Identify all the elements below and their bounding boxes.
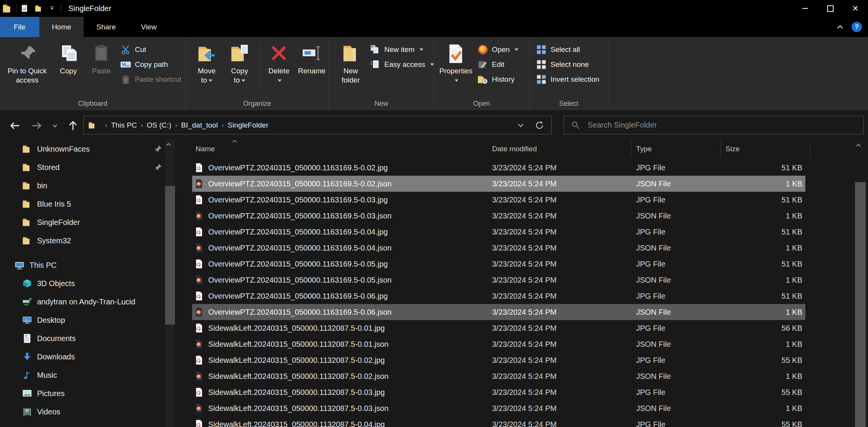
select-none-button[interactable]: Select none — [536, 59, 599, 70]
sidebar-item-bin[interactable]: bin — [0, 176, 183, 195]
copy-to-icon — [230, 40, 249, 66]
delete-button[interactable]: Delete — [262, 39, 295, 86]
qat-customize-chevron-icon[interactable] — [49, 5, 55, 12]
pin-to-quick-access-button[interactable]: Pin to Quickaccess — [2, 39, 52, 86]
qat-properties-icon[interactable] — [20, 4, 29, 13]
file-name: OverviewPTZ.20240315_050000.1163169.5-0.… — [208, 292, 388, 301]
breadcrumb-segment[interactable]: BI_dat_tool — [181, 121, 218, 129]
tab-file[interactable]: File — [0, 17, 39, 37]
sidebar-item-music[interactable]: Music — [0, 366, 183, 384]
properties-button[interactable]: Properties — [437, 39, 475, 86]
file-list-scrollbar[interactable] — [855, 139, 866, 427]
forward-button[interactable] — [26, 120, 47, 131]
file-row[interactable]: SidewalkLeft.20240315_050000.1132087.5-0… — [192, 416, 805, 427]
breadcrumb-segment[interactable]: SingleFolder — [228, 121, 269, 129]
file-row[interactable]: OverviewPTZ.20240315_050000.1163169.5-0.… — [192, 192, 805, 208]
edit-button[interactable]: Edit — [477, 59, 518, 70]
sidebar-item-blue-iris-5[interactable]: Blue Iris 5 — [0, 195, 183, 213]
column-header-name[interactable]: Name — [196, 145, 215, 153]
open-button[interactable]: Open — [477, 44, 518, 55]
file-row[interactable]: SidewalkLeft.20240315_050000.1132087.5-0… — [192, 336, 805, 352]
cut-button[interactable]: Cut — [120, 44, 181, 55]
sidebar-item-andytran-on-andy-tran-lucid[interactable]: andytran on Andy-Tran-Lucid — [0, 293, 183, 311]
address-dropdown-chevron-icon[interactable] — [517, 121, 525, 129]
refresh-icon[interactable] — [534, 120, 544, 130]
column-divider[interactable] — [810, 140, 810, 157]
sidebar-item-unknownfaces[interactable]: UnknownFaces — [0, 140, 183, 158]
file-row[interactable]: OverviewPTZ.20240315_050000.1163169.5-0.… — [192, 304, 805, 320]
sidebar-item-documents[interactable]: Documents — [0, 329, 183, 348]
file-row[interactable]: SidewalkLeft.20240315_050000.1132087.5-0… — [192, 352, 805, 368]
breadcrumb-segment[interactable]: OS (C:) — [147, 121, 171, 129]
new-item-button[interactable]: New item — [369, 44, 434, 55]
sidebar-item-singlefolder[interactable]: SingleFolder — [0, 213, 183, 231]
file-row[interactable]: OverviewPTZ.20240315_050000.1163169.5-0.… — [192, 272, 805, 288]
select-all-button[interactable]: Select all — [536, 44, 599, 55]
up-button[interactable] — [63, 120, 83, 131]
file-name: SidewalkLeft.20240315_050000.1132087.5-0… — [208, 388, 385, 397]
file-row[interactable]: OverviewPTZ.20240315_050000.1163169.5-0.… — [192, 176, 805, 192]
file-row[interactable]: SidewalkLeft.20240315_050000.1132087.5-0… — [192, 400, 805, 416]
file-type: JSON File — [636, 308, 671, 317]
copy-button[interactable]: Copy — [52, 39, 85, 76]
sidebar-item-system32[interactable]: System32 — [0, 231, 183, 250]
scroll-up-icon[interactable] — [165, 142, 175, 147]
tab-view[interactable]: View — [128, 17, 169, 37]
qat-new-folder-icon[interactable] — [35, 4, 43, 13]
rename-button[interactable]: Rename — [295, 39, 328, 76]
tab-share[interactable]: Share — [84, 17, 128, 37]
column-divider[interactable] — [631, 140, 632, 157]
sidebar-item-3d-objects[interactable]: 3D Objects — [0, 274, 183, 293]
breadcrumb-segment[interactable]: This PC — [111, 121, 137, 129]
file-row[interactable]: OverviewPTZ.20240315_050000.1163169.5-0.… — [192, 160, 805, 176]
file-date-modified: 3/23/2024 5:24 PM — [492, 260, 557, 268]
file-row[interactable]: OverviewPTZ.20240315_050000.1163169.5-0.… — [192, 240, 805, 256]
address-bar[interactable]: ›This PC›OS (C:)›BI_dat_tool›SingleFolde… — [83, 116, 552, 134]
maximize-icon — [827, 5, 834, 12]
file-row[interactable]: SidewalkLeft.20240315_050000.1132087.5-0… — [192, 384, 805, 400]
sidebar-scrollbar-thumb[interactable] — [165, 186, 175, 325]
sidebar-item-this-pc[interactable]: This PC — [0, 256, 183, 274]
easy-access-button[interactable]: Easy access — [369, 59, 434, 70]
sort-ascending-icon — [232, 139, 238, 144]
search-input[interactable] — [587, 120, 818, 130]
column-header-type[interactable]: Type — [636, 145, 652, 153]
copy-to-button[interactable]: Copyto — [223, 39, 256, 86]
file-row[interactable]: OverviewPTZ.20240315_050000.1163169.5-0.… — [192, 256, 805, 272]
sidebar-item-desktop[interactable]: Desktop — [0, 311, 183, 329]
tab-home[interactable]: Home — [39, 17, 84, 37]
maximize-button[interactable] — [818, 0, 843, 17]
column-header-date-modified[interactable]: Date modified — [492, 145, 537, 153]
file-row[interactable]: OverviewPTZ.20240315_050000.1163169.5-0.… — [192, 208, 805, 224]
column-divider[interactable] — [721, 140, 721, 157]
file-row[interactable]: SidewalkLeft.20240315_050000.1132087.5-0… — [192, 368, 805, 384]
file-row[interactable]: OverviewPTZ.20240315_050000.1163169.5-0.… — [192, 288, 805, 304]
help-icon[interactable]: ? — [852, 22, 862, 32]
file-row[interactable]: SidewalkLeft.20240315_050000.1132087.5-0… — [192, 320, 805, 336]
sidebar-item-stored[interactable]: Stored — [0, 158, 183, 176]
column-header-size[interactable]: Size — [725, 145, 740, 153]
json-file-icon — [194, 338, 204, 350]
sidebar-item-downloads[interactable]: Downloads — [0, 348, 183, 366]
sidebar-scrollbar[interactable] — [165, 139, 175, 427]
paste-button[interactable]: Paste — [85, 39, 118, 76]
drive-icon — [22, 425, 32, 427]
minimize-button[interactable] — [792, 0, 818, 17]
collapse-ribbon-icon[interactable] — [836, 23, 845, 32]
sidebar-item-partial[interactable] — [0, 421, 183, 427]
invert-selection-button[interactable]: Invert selection — [536, 74, 599, 85]
ribbon-group-select: Select all Select none Invert selection … — [530, 37, 608, 110]
scroll-up-icon[interactable] — [855, 142, 866, 148]
file-list-scrollbar-thumb[interactable] — [855, 182, 866, 427]
back-button[interactable] — [4, 120, 26, 131]
copy-path-button[interactable]: Copy path — [120, 59, 181, 70]
recent-locations-chevron-icon[interactable] — [47, 122, 63, 129]
paste-shortcut-button[interactable]: Paste shortcut — [120, 74, 181, 85]
close-button[interactable]: ✕ — [843, 0, 868, 17]
sidebar-item-pictures[interactable]: Pictures — [0, 384, 183, 403]
move-to-button[interactable]: Moveto — [190, 39, 223, 86]
sidebar-item-videos[interactable]: Videos — [0, 403, 183, 421]
history-button[interactable]: History — [477, 74, 518, 85]
file-row[interactable]: OverviewPTZ.20240315_050000.1163169.5-0.… — [192, 224, 805, 240]
new-folder-button[interactable]: Newfolder — [334, 39, 367, 86]
